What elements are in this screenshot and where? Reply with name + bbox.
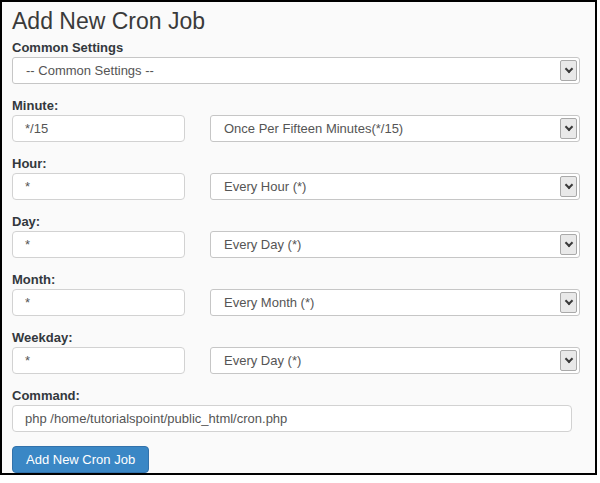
month-input[interactable]: [12, 289, 185, 316]
add-new-cron-job-button[interactable]: Add New Cron Job: [12, 446, 149, 473]
minute-preset-value: Once Per Fifteen Minutes(*/15): [224, 121, 403, 136]
common-settings-selected-value: -- Common Settings --: [26, 63, 154, 78]
chevron-glyph: [564, 65, 572, 73]
minute-preset-select[interactable]: Once Per Fifteen Minutes(*/15): [210, 115, 580, 142]
weekday-preset-select[interactable]: Every Day (*): [210, 347, 580, 374]
hour-preset-select[interactable]: Every Hour (*): [210, 173, 580, 200]
month-label: Month:: [12, 272, 580, 288]
chevron-glyph: [564, 239, 572, 247]
day-preset-select[interactable]: Every Day (*): [210, 231, 580, 258]
chevron-glyph: [564, 355, 572, 363]
add-cron-job-panel: Add New Cron Job Common Settings -- Comm…: [0, 0, 597, 475]
minute-group: Minute: Once Per Fifteen Minutes(*/15): [12, 98, 580, 142]
day-group: Day: Every Day (*): [12, 214, 580, 258]
month-preset-value: Every Month (*): [224, 295, 314, 310]
common-settings-label: Common Settings: [12, 40, 580, 56]
command-label: Command:: [12, 388, 580, 404]
chevron-glyph: [564, 123, 572, 131]
chevron-down-icon[interactable]: [560, 60, 577, 81]
minute-input[interactable]: [12, 115, 185, 142]
hour-group: Hour: Every Hour (*): [12, 156, 580, 200]
day-preset-value: Every Day (*): [224, 237, 301, 252]
hour-label: Hour:: [12, 156, 580, 172]
chevron-down-icon[interactable]: [560, 292, 577, 313]
hour-input[interactable]: [12, 173, 185, 200]
day-input[interactable]: [12, 231, 185, 258]
chevron-glyph: [564, 297, 572, 305]
common-settings-select[interactable]: -- Common Settings --: [12, 57, 580, 84]
month-preset-select[interactable]: Every Month (*): [210, 289, 580, 316]
page-title: Add New Cron Job: [12, 6, 580, 36]
command-input[interactable]: [12, 405, 572, 432]
month-group: Month: Every Month (*): [12, 272, 580, 316]
weekday-input[interactable]: [12, 347, 185, 374]
command-group: Command:: [12, 388, 580, 432]
minute-label: Minute:: [12, 98, 580, 114]
chevron-down-icon[interactable]: [560, 176, 577, 197]
chevron-down-icon[interactable]: [560, 234, 577, 255]
chevron-glyph: [564, 181, 572, 189]
weekday-preset-value: Every Day (*): [224, 353, 301, 368]
weekday-label: Weekday:: [12, 330, 580, 346]
common-settings-group: Common Settings -- Common Settings --: [12, 40, 580, 84]
weekday-group: Weekday: Every Day (*): [12, 330, 580, 374]
hour-preset-value: Every Hour (*): [224, 179, 306, 194]
chevron-down-icon[interactable]: [560, 350, 577, 371]
day-label: Day:: [12, 214, 580, 230]
chevron-down-icon[interactable]: [560, 118, 577, 139]
